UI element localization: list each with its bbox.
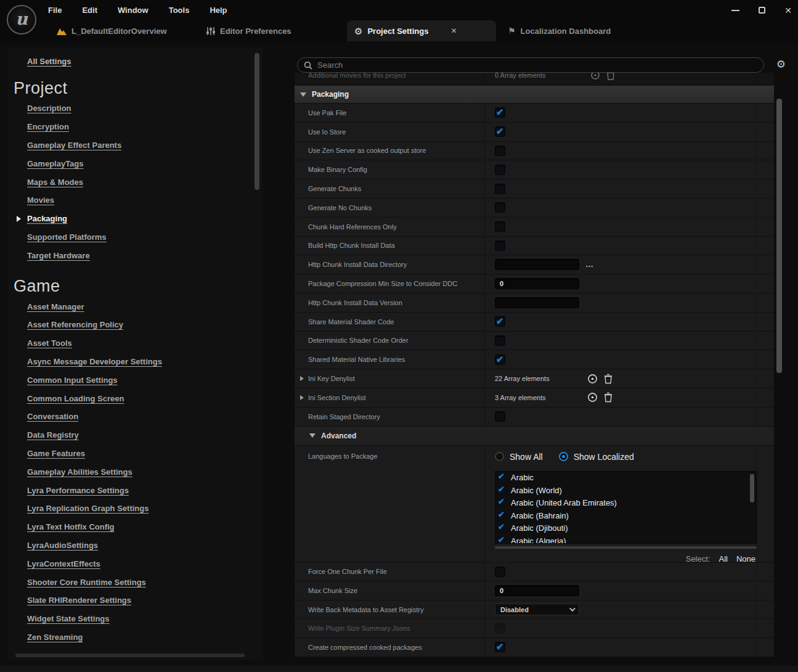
checkbox[interactable] xyxy=(497,498,507,507)
radio-show-localized[interactable]: Show Localized xyxy=(559,452,634,462)
checkbox[interactable] xyxy=(495,567,505,577)
trash-icon[interactable] xyxy=(606,73,615,80)
checkbox[interactable] xyxy=(495,165,505,175)
sidebar-item-gameplay-effect-parents[interactable]: Gameplay Effect Parents xyxy=(27,136,263,155)
setting-row-shared-material-native-libraries: Shared Material Native Libraries xyxy=(295,350,774,369)
add-element-icon[interactable] xyxy=(590,73,600,80)
sidebar-item-slate-rhirenderer-settings[interactable]: Slate RHIRenderer Settings xyxy=(27,591,263,610)
dropdown-write-back-metadata[interactable]: Disabled xyxy=(495,604,579,615)
sidebar-item-common-input-settings[interactable]: Common Input Settings xyxy=(27,371,263,389)
expand-arrow-icon[interactable] xyxy=(300,395,304,400)
language-item-arabic-algeria[interactable]: Arabic (Algeria) xyxy=(495,535,756,544)
setting-label: Additional movies for this project xyxy=(295,73,484,79)
sidebar-item-lyra-performance-settings[interactable]: Lyra Performance Settings xyxy=(27,481,263,499)
setting-row-package-compression-min-size: Package Compression Min Size to Consider… xyxy=(295,274,774,293)
checkbox[interactable] xyxy=(495,184,505,194)
checkbox[interactable] xyxy=(497,486,507,495)
sidebar-item-gameplay-abilities-settings[interactable]: Gameplay Abilities Settings xyxy=(27,462,263,481)
checkbox[interactable] xyxy=(495,202,505,213)
array-elements-count: 22 Array elements xyxy=(495,375,581,382)
tab-level-editor[interactable]: L_DefaultEditorOverview xyxy=(49,20,174,41)
language-item-arabic[interactable]: Arabic xyxy=(495,472,756,485)
sidebar-item-packaging[interactable]: Packaging xyxy=(27,210,263,228)
language-item-arabic-djibouti[interactable]: Arabic (Djibouti) xyxy=(495,522,756,535)
main-vertical-scrollbar[interactable] xyxy=(776,99,782,373)
sidebar-item-lyraaudiosettings[interactable]: LyraAudioSettings xyxy=(27,536,263,555)
checkbox[interactable] xyxy=(495,221,505,232)
sidebar-item-description[interactable]: Description xyxy=(27,99,263,118)
checkbox[interactable] xyxy=(497,523,507,533)
sidebar-item-gameplaytags[interactable]: GameplayTags xyxy=(27,154,263,173)
tab-close-icon[interactable]: ✕ xyxy=(450,27,457,35)
sidebar-item-game-features[interactable]: Game Features xyxy=(27,445,263,463)
language-list-scrollbar[interactable] xyxy=(750,474,754,502)
sidebar-item-zen-streaming[interactable]: Zen Streaming xyxy=(27,628,263,647)
collapse-arrow-icon xyxy=(309,433,316,438)
sidebar-item-asset-manager[interactable]: Asset Manager xyxy=(27,297,263,316)
sidebar-item-supported-platforms[interactable]: Supported Platforms xyxy=(27,228,263,247)
maximize-button[interactable] xyxy=(759,7,765,14)
menu-edit[interactable]: Edit xyxy=(82,6,97,15)
sidebar-item-movies[interactable]: Movies xyxy=(27,191,263,210)
language-item-arabic-world[interactable]: Arabic (World) xyxy=(495,484,756,497)
close-window-button[interactable]: ✕ xyxy=(784,6,792,15)
language-list[interactable]: Arabic Arabic (World) Arabic (United Ara… xyxy=(495,471,757,544)
sidebar-item-asset-referencing-policy[interactable]: Asset Referencing Policy xyxy=(27,316,263,334)
select-all-link[interactable]: All xyxy=(719,554,727,563)
number-field[interactable]: 0 xyxy=(495,278,579,289)
text-field[interactable] xyxy=(495,259,579,270)
checkbox[interactable] xyxy=(495,411,505,422)
view-options-button[interactable]: ⚙ xyxy=(776,59,786,70)
number-field[interactable]: 0 xyxy=(495,585,579,596)
add-element-icon[interactable] xyxy=(587,374,598,384)
sidebar-item-common-loading-screen[interactable]: Common Loading Screen xyxy=(27,389,263,408)
checkbox[interactable] xyxy=(495,107,505,118)
sidebar-item-conversation[interactable]: Conversation xyxy=(27,408,263,426)
checkbox[interactable] xyxy=(495,126,505,137)
sidebar-item-lyra-text-hotfix-config[interactable]: Lyra Text Hotfix Config xyxy=(27,518,263,536)
sidebar-horizontal-scrollbar[interactable] xyxy=(15,654,245,657)
text-field[interactable] xyxy=(495,297,579,308)
sidebar-item-maps-modes[interactable]: Maps & Modes xyxy=(27,173,263,191)
sidebar-item-encryption[interactable]: Encryption xyxy=(27,118,263,136)
radio-show-all[interactable]: Show All xyxy=(495,452,543,462)
expand-arrow-icon[interactable] xyxy=(300,376,304,381)
packaging-section-header[interactable]: Packaging xyxy=(295,86,774,104)
trash-icon[interactable] xyxy=(604,374,613,384)
menu-file[interactable]: File xyxy=(48,6,62,15)
sidebar-item-widget-state-settings[interactable]: Widget State Settings xyxy=(27,610,263,628)
language-list-horizontal-scrollbar[interactable] xyxy=(495,546,757,549)
menu-tools[interactable]: Tools xyxy=(169,6,190,15)
checkbox[interactable] xyxy=(495,316,505,327)
sidebar-item-shooter-core-runtime-settings[interactable]: Shooter Core Runtime Settings xyxy=(27,573,263,591)
checkbox[interactable] xyxy=(495,642,505,652)
checkbox[interactable] xyxy=(495,335,505,346)
checkbox[interactable] xyxy=(495,240,505,251)
tab-editor-preferences[interactable]: Editor Preferences xyxy=(198,20,299,41)
checkbox[interactable] xyxy=(495,145,505,156)
language-item-arabic-bahrain[interactable]: Arabic (Bahrain) xyxy=(495,509,756,522)
menu-help[interactable]: Help xyxy=(210,6,227,15)
checkbox[interactable] xyxy=(497,473,507,482)
sidebar-item-lyra-replication-graph-settings[interactable]: Lyra Replication Graph Settings xyxy=(27,499,263,518)
language-item-arabic-uae[interactable]: Arabic (United Arab Emirates) xyxy=(495,497,756,510)
menu-window[interactable]: Window xyxy=(118,6,149,15)
search-bar[interactable]: Search xyxy=(297,57,764,73)
minimize-button[interactable] xyxy=(731,10,739,11)
checkbox[interactable] xyxy=(497,536,507,544)
sidebar-item-asset-tools[interactable]: Asset Tools xyxy=(27,334,263,353)
sidebar-vertical-scrollbar[interactable] xyxy=(254,53,259,190)
trash-icon[interactable] xyxy=(604,392,613,403)
sidebar-all-settings-link[interactable]: All Settings xyxy=(27,57,71,66)
tab-localization-dashboard[interactable]: ⚑ Localization Dashboard xyxy=(500,20,618,41)
sidebar-item-target-hardware[interactable]: Target Hardware xyxy=(27,246,263,264)
select-none-link[interactable]: None xyxy=(736,554,755,563)
checkbox[interactable] xyxy=(495,354,505,365)
add-element-icon[interactable] xyxy=(587,392,598,403)
sidebar-item-async-message-developer-settings[interactable]: Async Message Developer Settings xyxy=(27,353,263,371)
tab-project-settings[interactable]: ⚙ Project Settings ✕ xyxy=(347,20,496,41)
checkbox[interactable] xyxy=(497,511,507,520)
sidebar-item-lyracontexteffects[interactable]: LyraContextEffects xyxy=(27,554,263,573)
sidebar-item-data-registry[interactable]: Data Registry xyxy=(27,426,263,445)
advanced-section-header[interactable]: Advanced xyxy=(295,427,774,446)
